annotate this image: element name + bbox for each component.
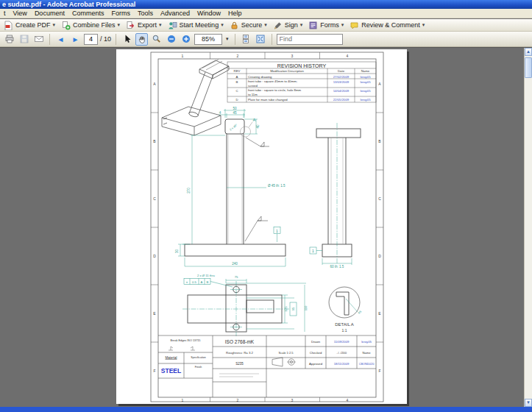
approved-name: CBONDU20 xyxy=(359,363,375,366)
chevron-down-icon: ▾ xyxy=(159,22,162,28)
detail-a-scale: 1:1 xyxy=(342,328,347,333)
menu-item-view[interactable]: View xyxy=(10,10,31,17)
bottom-dim-right3: 110 xyxy=(304,305,308,310)
toolbar-separator xyxy=(116,34,116,45)
forms-button[interactable]: Forms ▾ xyxy=(305,20,347,31)
email-button[interactable] xyxy=(32,33,45,46)
approved-date: 18/11/2009 xyxy=(334,362,350,366)
specification-label: Specification xyxy=(191,356,205,359)
zoom-level-value[interactable]: 85% xyxy=(194,34,222,45)
comment-bubble-icon xyxy=(350,21,359,30)
front-dim-height: 270 xyxy=(187,188,191,193)
magnifier-icon xyxy=(152,34,162,44)
zoom-dropdown-button[interactable]: ▾ xyxy=(224,36,230,42)
bottom-dim-top: 75 xyxy=(235,275,238,279)
menu-item-advanced[interactable]: Advanced xyxy=(157,10,194,17)
fit-window-button[interactable] xyxy=(255,33,267,46)
save-button[interactable] xyxy=(18,33,30,46)
menu-item-document[interactable]: Document xyxy=(31,10,68,17)
rev-b: B xyxy=(236,80,238,84)
hand-tool-icon xyxy=(137,34,147,44)
previous-view-button[interactable]: ◄ xyxy=(54,33,67,46)
rev-b-name: leroy05 xyxy=(360,80,371,84)
chevron-down-icon: ▾ xyxy=(300,22,303,28)
scroll-down-button[interactable]: ▼ xyxy=(525,399,532,407)
menu-item-help[interactable]: Help xyxy=(224,10,246,17)
menu-item-tools[interactable]: Tools xyxy=(134,10,157,17)
detail-a-view: R5 DETAIL A 1:1 xyxy=(329,287,362,333)
zone-top-3: 3 xyxy=(291,54,294,58)
hand-tool-button[interactable] xyxy=(135,33,148,46)
menu-item-forms[interactable]: Forms xyxy=(107,10,134,17)
menu-item-window[interactable]: Window xyxy=(194,10,224,17)
print-button[interactable] xyxy=(3,33,15,46)
secure-button[interactable]: Secure ▾ xyxy=(227,20,270,31)
zone-left-b: B xyxy=(153,139,156,143)
front-view: 50 45 4 2 x 45° A 40 270 Ø 45 th: 1.5 30… xyxy=(175,107,285,267)
select-cursor-icon xyxy=(122,34,132,44)
menu-item-comments[interactable]: Comments xyxy=(68,10,108,17)
chevron-down-icon: ▾ xyxy=(53,22,56,28)
menu-item-partial[interactable]: t xyxy=(0,10,10,17)
chevron-down-icon: ▾ xyxy=(341,22,344,28)
zone-right-d: D xyxy=(378,254,381,258)
isometric-view xyxy=(162,60,229,135)
export-button[interactable]: Export ▾ xyxy=(123,20,165,31)
zoom-marquee-button[interactable] xyxy=(150,33,163,46)
zone-right-e: E xyxy=(378,311,381,316)
rev-b-desc1: front tube : square 45mm to 40mm; xyxy=(248,79,297,83)
rev-d: D xyxy=(235,98,238,102)
fcf-tolerance: 0.5 xyxy=(192,280,196,284)
scroll-up-button[interactable]: ▲ xyxy=(525,48,532,56)
scrolling-pages-button[interactable] xyxy=(240,33,252,46)
pdf-page[interactable]: 1 2 3 4 1 2 3 4 A B C D E F A B C D E F xyxy=(116,49,407,404)
combine-files-label: Combine Files xyxy=(73,21,116,29)
page-number-input[interactable] xyxy=(84,34,98,45)
envelope-icon xyxy=(34,34,44,44)
combine-files-button[interactable]: Combine Files ▾ xyxy=(58,20,123,31)
bottom-dim-right1: 125 xyxy=(284,306,288,312)
start-meeting-icon xyxy=(168,21,177,30)
rev-c-date: 14/04/2009 xyxy=(333,89,350,93)
sign-pen-icon xyxy=(273,21,283,30)
rev-d-date: 22/05/2009 xyxy=(333,98,350,102)
zone-top-1: 1 xyxy=(182,54,184,58)
scroll-up-icon: ▲ xyxy=(526,49,531,54)
chevron-down-icon: ▾ xyxy=(422,22,425,28)
vertical-scrollbar[interactable]: ▲ ▼ xyxy=(524,48,532,408)
front-dim-tube: Ø 45 th: 1.5 xyxy=(268,184,285,188)
create-pdf-button[interactable]: Create PDF ▾ xyxy=(1,20,58,31)
select-tool-button[interactable] xyxy=(121,33,133,46)
front-dim-top-outer: 50 xyxy=(233,107,237,110)
zoom-out-button[interactable] xyxy=(165,33,177,46)
page-total-label: / 10 xyxy=(100,35,111,43)
scrollbar-thumb[interactable] xyxy=(525,57,532,78)
window-title: e sudate.pdf - Adobe Acrobat Professiona… xyxy=(2,1,135,8)
title-bar[interactable]: e sudate.pdf - Adobe Acrobat Professiona… xyxy=(0,0,532,9)
specification-value: S235 xyxy=(235,362,244,366)
sign-button[interactable]: Sign ▾ xyxy=(270,20,306,31)
drawn-name: leroy05 xyxy=(361,340,372,344)
next-view-button[interactable]: ► xyxy=(69,33,82,46)
save-floppy-icon xyxy=(19,34,29,44)
name-col-header: Name xyxy=(361,69,370,73)
zoom-in-button[interactable] xyxy=(180,33,192,46)
technical-drawing: 1 2 3 4 1 2 3 4 A B C D E F A B C D E F xyxy=(116,49,407,404)
desc-col-header: Modification Description xyxy=(270,69,304,73)
zone-top-2: 2 xyxy=(237,54,239,58)
find-input[interactable] xyxy=(277,34,343,45)
toolbar-separator xyxy=(235,34,235,45)
rev-a-name: leroy05 xyxy=(360,75,371,79)
rev-c-name: leroy05 xyxy=(360,89,371,93)
review-comment-button[interactable]: Review & Comment ▾ xyxy=(347,20,428,31)
chevron-down-icon: ▾ xyxy=(264,22,267,28)
drawing-frame xyxy=(151,52,383,402)
scrolling-pages-icon xyxy=(241,34,251,44)
detail-radius-label: R5 xyxy=(358,310,362,315)
rev-c-desc1: front tube : square to circle, hole 8mm xyxy=(248,88,302,92)
drawn-date: 11/09/2009 xyxy=(334,340,350,344)
start-meeting-button[interactable]: Start Meeting ▾ xyxy=(165,20,227,31)
sign-label: Sign xyxy=(285,21,298,29)
rev-a: A xyxy=(236,75,238,79)
zone-right-a: A xyxy=(378,82,381,86)
